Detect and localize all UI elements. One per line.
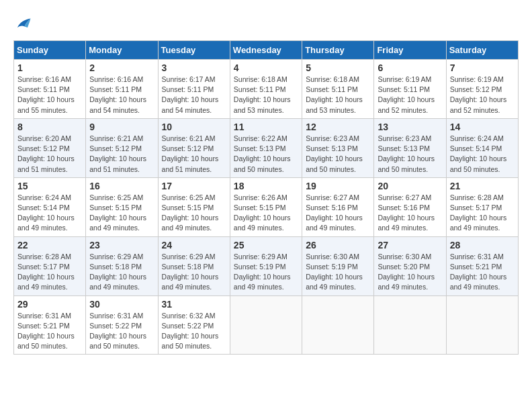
day-info: Sunrise: 6:24 AMSunset: 5:14 PMDaylight:… [450,134,515,175]
day-number: 16 [89,181,154,191]
calendar-cell: 27Sunrise: 6:30 AMSunset: 5:20 PMDayligh… [374,236,446,295]
day-number: 14 [450,122,515,132]
calendar-week-row: 15Sunrise: 6:24 AMSunset: 5:14 PMDayligh… [14,177,519,236]
day-info: Sunrise: 6:19 AMSunset: 5:12 PMDaylight:… [450,75,515,116]
calendar-cell: 20Sunrise: 6:27 AMSunset: 5:16 PMDayligh… [374,177,446,236]
calendar-cell: 1Sunrise: 6:16 AMSunset: 5:11 PMDaylight… [14,60,86,119]
calendar-cell: 26Sunrise: 6:30 AMSunset: 5:19 PMDayligh… [302,236,374,295]
day-number: 4 [234,62,298,73]
day-info: Sunrise: 6:17 AMSunset: 5:11 PMDaylight:… [162,75,226,116]
day-number: 7 [450,62,515,73]
calendar-cell: 3Sunrise: 6:17 AMSunset: 5:11 PMDaylight… [158,60,230,119]
calendar-cell: 23Sunrise: 6:29 AMSunset: 5:18 PMDayligh… [86,236,158,295]
day-info: Sunrise: 6:21 AMSunset: 5:12 PMDaylight:… [89,134,154,175]
day-number: 8 [17,122,82,132]
day-number: 5 [306,62,370,73]
calendar-cell: 13Sunrise: 6:23 AMSunset: 5:13 PMDayligh… [374,118,446,177]
calendar-cell: 4Sunrise: 6:18 AMSunset: 5:11 PMDaylight… [230,60,302,119]
day-info: Sunrise: 6:19 AMSunset: 5:11 PMDaylight:… [378,75,442,116]
calendar-cell: 25Sunrise: 6:29 AMSunset: 5:19 PMDayligh… [230,236,302,295]
calendar-cell [302,295,374,355]
day-info: Sunrise: 6:23 AMSunset: 5:13 PMDaylight:… [378,134,442,175]
day-info: Sunrise: 6:31 AMSunset: 5:21 PMDaylight:… [450,252,515,293]
day-info: Sunrise: 6:16 AMSunset: 5:11 PMDaylight:… [89,75,154,116]
calendar-header-row: SundayMondayTuesdayWednesdayThursdayFrid… [14,41,519,60]
calendar-cell [230,295,302,355]
day-number: 20 [378,181,442,191]
day-number: 22 [17,240,82,250]
day-info: Sunrise: 6:28 AMSunset: 5:17 PMDaylight:… [17,252,82,293]
day-number: 25 [234,240,298,250]
calendar-week-row: 22Sunrise: 6:28 AMSunset: 5:17 PMDayligh… [14,236,519,295]
calendar-cell: 2Sunrise: 6:16 AMSunset: 5:11 PMDaylight… [86,60,158,119]
calendar-cell: 12Sunrise: 6:23 AMSunset: 5:13 PMDayligh… [302,118,374,177]
calendar-cell: 21Sunrise: 6:28 AMSunset: 5:17 PMDayligh… [446,177,518,236]
logo [13,13,36,34]
day-number: 24 [162,240,226,250]
day-number: 30 [89,299,154,310]
day-info: Sunrise: 6:24 AMSunset: 5:14 PMDaylight:… [17,193,82,234]
day-info: Sunrise: 6:26 AMSunset: 5:15 PMDaylight:… [234,193,298,234]
day-info: Sunrise: 6:30 AMSunset: 5:19 PMDaylight:… [306,252,370,293]
calendar-cell: 15Sunrise: 6:24 AMSunset: 5:14 PMDayligh… [14,177,86,236]
calendar-table: SundayMondayTuesdayWednesdayThursdayFrid… [13,40,519,355]
calendar-header-thursday: Thursday [302,41,374,60]
calendar-cell: 11Sunrise: 6:22 AMSunset: 5:13 PMDayligh… [230,118,302,177]
calendar-cell: 17Sunrise: 6:25 AMSunset: 5:15 PMDayligh… [158,177,230,236]
calendar-cell: 10Sunrise: 6:21 AMSunset: 5:12 PMDayligh… [158,118,230,177]
day-info: Sunrise: 6:22 AMSunset: 5:13 PMDaylight:… [234,134,298,175]
calendar-cell: 14Sunrise: 6:24 AMSunset: 5:14 PMDayligh… [446,118,518,177]
calendar-cell: 7Sunrise: 6:19 AMSunset: 5:12 PMDaylight… [446,60,518,119]
calendar-cell: 9Sunrise: 6:21 AMSunset: 5:12 PMDaylight… [86,118,158,177]
calendar-cell: 8Sunrise: 6:20 AMSunset: 5:12 PMDaylight… [14,118,86,177]
day-info: Sunrise: 6:21 AMSunset: 5:12 PMDaylight:… [162,134,226,175]
day-number: 6 [378,62,442,73]
day-number: 9 [89,122,154,132]
calendar-cell: 22Sunrise: 6:28 AMSunset: 5:17 PMDayligh… [14,236,86,295]
day-number: 11 [234,122,298,132]
calendar-week-row: 8Sunrise: 6:20 AMSunset: 5:12 PMDaylight… [14,118,519,177]
day-info: Sunrise: 6:28 AMSunset: 5:17 PMDaylight:… [450,193,515,234]
calendar-header-saturday: Saturday [446,41,518,60]
calendar-header-friday: Friday [374,41,446,60]
day-number: 31 [162,299,226,310]
day-number: 1 [17,62,82,73]
day-number: 18 [234,181,298,191]
day-number: 21 [450,181,515,191]
day-number: 10 [162,122,226,132]
calendar-cell: 5Sunrise: 6:18 AMSunset: 5:11 PMDaylight… [302,60,374,119]
day-info: Sunrise: 6:32 AMSunset: 5:22 PMDaylight:… [162,311,226,352]
day-number: 19 [306,181,370,191]
day-info: Sunrise: 6:31 AMSunset: 5:21 PMDaylight:… [17,311,82,352]
day-number: 12 [306,122,370,132]
calendar-week-row: 29Sunrise: 6:31 AMSunset: 5:21 PMDayligh… [14,295,519,355]
calendar-cell: 16Sunrise: 6:25 AMSunset: 5:15 PMDayligh… [86,177,158,236]
calendar-header-sunday: Sunday [14,41,86,60]
day-info: Sunrise: 6:27 AMSunset: 5:16 PMDaylight:… [306,193,370,234]
calendar-cell: 19Sunrise: 6:27 AMSunset: 5:16 PMDayligh… [302,177,374,236]
calendar-header-monday: Monday [86,41,158,60]
day-number: 2 [89,62,154,73]
day-number: 27 [378,240,442,250]
calendar-cell [374,295,446,355]
day-info: Sunrise: 6:25 AMSunset: 5:15 PMDaylight:… [89,193,154,234]
day-number: 3 [162,62,226,73]
day-info: Sunrise: 6:16 AMSunset: 5:11 PMDaylight:… [17,75,82,116]
day-info: Sunrise: 6:18 AMSunset: 5:11 PMDaylight:… [306,75,370,116]
calendar-cell: 31Sunrise: 6:32 AMSunset: 5:22 PMDayligh… [158,295,230,355]
day-info: Sunrise: 6:20 AMSunset: 5:12 PMDaylight:… [17,134,82,175]
day-number: 15 [17,181,82,191]
logo-icon [13,13,34,34]
day-info: Sunrise: 6:29 AMSunset: 5:18 PMDaylight:… [162,252,226,293]
day-number: 28 [450,240,515,250]
calendar-cell: 6Sunrise: 6:19 AMSunset: 5:11 PMDaylight… [374,60,446,119]
day-number: 17 [162,181,226,191]
calendar-cell: 18Sunrise: 6:26 AMSunset: 5:15 PMDayligh… [230,177,302,236]
calendar-week-row: 1Sunrise: 6:16 AMSunset: 5:11 PMDaylight… [14,60,519,119]
day-info: Sunrise: 6:29 AMSunset: 5:19 PMDaylight:… [234,252,298,293]
calendar-cell: 28Sunrise: 6:31 AMSunset: 5:21 PMDayligh… [446,236,518,295]
page-header [13,13,519,34]
day-info: Sunrise: 6:29 AMSunset: 5:18 PMDaylight:… [89,252,154,293]
calendar-header-tuesday: Tuesday [158,41,230,60]
calendar-cell: 29Sunrise: 6:31 AMSunset: 5:21 PMDayligh… [14,295,86,355]
